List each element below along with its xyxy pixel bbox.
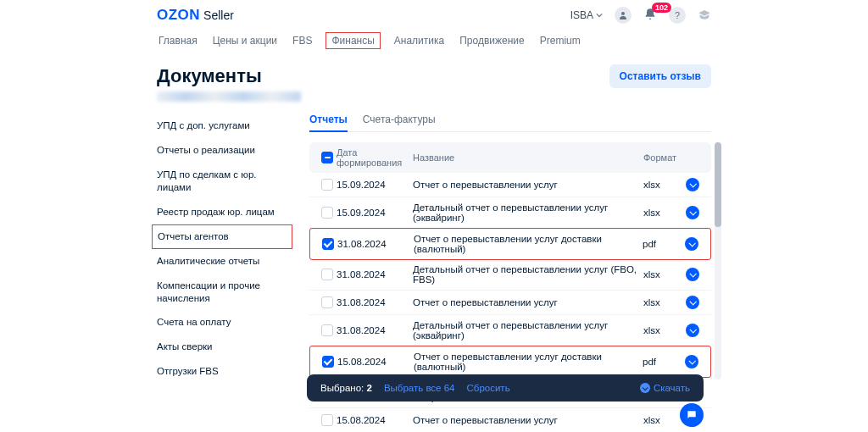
sidebar-item[interactable]: Аналитические отчеты (157, 249, 292, 274)
table-row: 31.08.2024Отчет о перевыставлении услугx… (309, 291, 711, 315)
table-row: 15.08.2024Отчет о перевыставлении услуг … (309, 346, 711, 378)
table-row: 31.08.2024Детальный отчет о перевыставле… (309, 259, 711, 291)
download-button[interactable]: Скачать (640, 383, 690, 393)
sidebar-item[interactable]: УПД с доп. услугами (157, 114, 292, 138)
row-checkbox[interactable] (321, 296, 333, 308)
chat-fab[interactable] (680, 403, 704, 427)
checkbox-select-all[interactable] (321, 152, 333, 163)
cell-date: 15.08.2024 (337, 357, 405, 367)
cell-format: xlsx (643, 297, 686, 307)
notifications-button[interactable]: 102 (643, 8, 657, 24)
cell-format: xlsx (643, 208, 686, 218)
cell-name: Детальный отчет о перевыставлении услуг … (404, 202, 643, 223)
topbar: OZON Seller ISBA 102 ? (0, 0, 868, 27)
user-icon[interactable] (615, 7, 632, 24)
nav-item[interactable]: FBS (291, 32, 314, 49)
cell-name: Детальный отчет о перевыставлении услуг … (404, 320, 643, 341)
cell-date: 31.08.2024 (337, 269, 404, 280)
download-row-button[interactable] (686, 296, 699, 309)
tabs: ОтчетыСчета-фактуры (309, 114, 711, 132)
cell-name: Детальный отчет о перевыставлении услуг … (404, 264, 643, 285)
account-menu[interactable]: ISBA (570, 9, 603, 21)
cell-date: 31.08.2024 (337, 325, 404, 335)
chevron-down-icon (596, 12, 603, 19)
download-icon (640, 383, 650, 393)
download-row-button[interactable] (685, 237, 698, 251)
sidebar-item[interactable]: Реестр продаж юр. лицам (157, 200, 292, 224)
cell-name: Отчет о перевыставлении услуг доставки (… (405, 234, 643, 254)
table-row: 15.09.2024Отчет о перевыставлении услугx… (309, 173, 711, 197)
cell-date: 31.08.2024 (337, 297, 404, 307)
sidebar-item[interactable]: Отгрузки FBS (157, 359, 292, 384)
row-checkbox[interactable] (321, 269, 333, 280)
page-head: Документы Оставить отзыв (157, 64, 711, 88)
sidebar-item[interactable]: УПД по сделкам с юр. лицами (157, 163, 292, 200)
cell-format: xlsx (643, 180, 686, 190)
row-checkbox[interactable] (321, 324, 333, 336)
sidebar-item[interactable]: Отчеты агентов (152, 224, 292, 249)
tab[interactable]: Отчеты (309, 114, 348, 132)
download-row-button[interactable] (686, 324, 699, 337)
sidebar-item[interactable]: Отчеты о реализации (157, 138, 292, 163)
nav-item[interactable]: Главная (157, 32, 199, 49)
sidebar-item[interactable]: Акты сверки (157, 335, 292, 359)
row-checkbox[interactable] (321, 179, 333, 191)
action-bar: Выбрано: 2 Выбрать все 64 Сбросить Скача… (307, 374, 704, 402)
navbar: ГлавнаяЦены и акцииFBSФинансыАналитикаПр… (0, 27, 868, 56)
sidebar: УПД с доп. услугамиОтчеты о реализацииУП… (157, 114, 292, 432)
sidebar-item[interactable]: Счета на оплату (157, 310, 292, 335)
cell-name: Отчет о перевыставлении услуг (404, 180, 643, 190)
cell-format: xlsx (643, 269, 686, 280)
selection-count: Выбрано: 2 (320, 383, 372, 393)
chat-icon (686, 409, 698, 421)
cell-date: 15.09.2024 (337, 180, 404, 190)
logo-brand: OZON (157, 7, 200, 24)
cell-name: Отчет о перевыставлении услуг доставки (… (405, 352, 643, 372)
download-row-button[interactable] (686, 178, 699, 191)
table-row: 31.08.2024Отчет о перевыставлении услуг … (309, 228, 711, 260)
cell-name: Отчет о перевыставлении услуг (404, 415, 643, 425)
tab[interactable]: Счета-фактуры (363, 114, 436, 131)
col-header-date[interactable]: Дата формирования (337, 147, 404, 168)
feedback-button[interactable]: Оставить отзыв (609, 64, 711, 88)
cell-format: pdf (643, 357, 685, 367)
breadcrumb-blur (157, 91, 301, 102)
notification-badge: 102 (652, 3, 671, 13)
table-row: 15.09.2024Детальный отчет о перевыставле… (309, 197, 711, 229)
nav-item[interactable]: Продвижение (458, 32, 526, 49)
cell-format: xlsx (643, 325, 686, 335)
logo[interactable]: OZON Seller (157, 7, 234, 24)
row-checkbox[interactable] (322, 238, 334, 250)
scrollbar[interactable] (715, 142, 721, 379)
col-header-name[interactable]: Название (404, 152, 643, 163)
select-all-link[interactable]: Выбрать все 64 (384, 383, 455, 393)
graduation-icon[interactable] (698, 8, 711, 22)
nav-item[interactable]: Аналитика (392, 32, 446, 49)
cell-name: Отчет о перевыставлении услуг (404, 297, 643, 307)
cell-date: 15.08.2024 (337, 415, 404, 425)
scroll-thumb[interactable] (715, 142, 721, 227)
reset-link[interactable]: Сбросить (467, 383, 510, 393)
page-title: Документы (157, 65, 262, 87)
nav-item[interactable]: Premium (538, 32, 582, 49)
account-name: ISBA (570, 9, 593, 21)
download-row-button[interactable] (686, 268, 699, 281)
table-header: Дата формирования Название Формат (309, 142, 711, 173)
row-checkbox[interactable] (321, 207, 333, 219)
svg-point-0 (621, 12, 625, 15)
nav-item[interactable]: Финансы (326, 32, 380, 49)
cell-date: 15.09.2024 (337, 208, 404, 218)
cell-format: pdf (643, 239, 685, 249)
cell-date: 31.08.2024 (337, 239, 405, 249)
row-checkbox[interactable] (321, 414, 333, 426)
download-row-button[interactable] (686, 206, 699, 219)
table-row: 15.08.2024Отчет о перевыставлении услугx… (309, 408, 711, 432)
table-row: 31.08.2024Детальный отчет о перевыставле… (309, 315, 711, 346)
col-header-format[interactable]: Формат (643, 152, 686, 163)
help-icon[interactable]: ? (669, 7, 686, 24)
nav-item[interactable]: Цены и акции (211, 32, 279, 49)
logo-suffix: Seller (203, 8, 234, 22)
row-checkbox[interactable] (322, 356, 334, 368)
download-row-button[interactable] (685, 355, 698, 368)
sidebar-item[interactable]: Компенсации и прочие начисления (157, 274, 292, 311)
